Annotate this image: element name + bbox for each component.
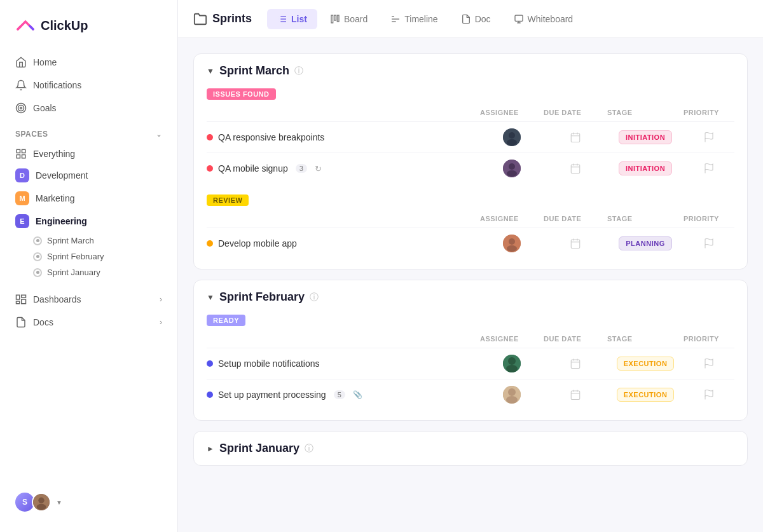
task-group-issues-found: ISSUES FOUND ASSIGNEE DUE DATE STAGE PRI… bbox=[194, 88, 747, 194]
task-row[interactable]: Set up payment processing 5 📎 bbox=[207, 379, 734, 410]
avatar-assignee-2 bbox=[503, 160, 521, 177]
task-row[interactable]: Develop mobile app bbox=[207, 228, 734, 259]
sidebar-item-sprint-january[interactable]: Sprint January bbox=[0, 264, 177, 280]
sprint-february-info-icon[interactable]: ⓘ bbox=[310, 292, 319, 303]
task-row[interactable]: Setup mobile notifications bbox=[207, 348, 734, 379]
sprint-march-dot bbox=[33, 236, 42, 245]
sidebar-item-sprint-february[interactable]: Sprint February bbox=[0, 249, 177, 264]
svg-rect-9 bbox=[22, 299, 26, 304]
docs-label: Docs bbox=[33, 317, 53, 327]
tab-timeline-label: Timeline bbox=[404, 14, 437, 24]
logo-area: ClickUp bbox=[0, 15, 177, 51]
sidebar-item-everything[interactable]: Everything bbox=[0, 144, 177, 164]
svg-rect-54 bbox=[571, 360, 580, 369]
svg-rect-38 bbox=[571, 165, 580, 174]
list-icon bbox=[277, 14, 287, 24]
avatar-assignee-3 bbox=[503, 235, 521, 252]
svg-point-52 bbox=[508, 357, 516, 365]
tab-timeline[interactable]: Timeline bbox=[380, 9, 448, 29]
tab-board[interactable]: Board bbox=[320, 9, 378, 29]
assignee-face-1 bbox=[503, 128, 521, 146]
svg-rect-7 bbox=[17, 295, 20, 299]
sprint-march-info-icon[interactable]: ⓘ bbox=[294, 65, 303, 77]
spaces-section-header: Spaces ⌄ bbox=[0, 119, 177, 144]
stage-badge-execution-2: EXECUTION bbox=[617, 388, 675, 402]
sprint-february-collapse-icon[interactable]: ▼ bbox=[207, 293, 214, 302]
task-table-header-march-review: ASSIGNEE DUE DATE STAGE PRIORITY bbox=[207, 212, 734, 228]
folder-icon bbox=[193, 12, 207, 26]
col-due-date-2: DUE DATE bbox=[544, 215, 607, 222]
sprint-january-info-icon[interactable]: ⓘ bbox=[305, 443, 313, 454]
engineering-badge: E bbox=[15, 214, 29, 228]
task-row[interactable]: QA responsive breakpoints bbox=[207, 121, 734, 153]
svg-rect-8 bbox=[22, 295, 26, 297]
sidebar-item-notifications[interactable]: Notifications bbox=[0, 74, 177, 97]
svg-point-29 bbox=[507, 139, 517, 146]
flag-icon-1 bbox=[703, 132, 715, 143]
svg-point-12 bbox=[38, 498, 44, 503]
task-name-qa-responsive: QA responsive breakpoints bbox=[218, 132, 324, 142]
sprint-panel-february: ▼ Sprint February ⓘ READY ASSIGNEE DUE D… bbox=[193, 280, 748, 421]
task-row[interactable]: QA mobile signup 3 ↻ bbox=[207, 153, 734, 184]
sidebar-item-sprint-march[interactable]: Sprint March bbox=[0, 233, 177, 249]
sprint-february-label: Sprint February bbox=[47, 252, 104, 261]
task-name-setup-mobile: Setup mobile notifications bbox=[218, 358, 320, 369]
sidebar-item-engineering[interactable]: E Engineering bbox=[0, 210, 177, 233]
task-count-3: 3 bbox=[296, 164, 307, 173]
avatar-face-icon bbox=[33, 493, 50, 511]
tab-doc[interactable]: Doc bbox=[451, 9, 501, 29]
sprint-february-dot bbox=[33, 252, 42, 261]
sprint-january-title: Sprint January bbox=[219, 442, 299, 455]
tab-board-label: Board bbox=[344, 14, 368, 24]
sidebar-item-home[interactable]: Home bbox=[0, 51, 177, 74]
sprint-panel-march: ▼ Sprint March ⓘ ISSUES FOUND ASSIGNEE D… bbox=[193, 53, 748, 269]
tab-whiteboard[interactable]: Whiteboard bbox=[504, 9, 584, 29]
sprint-january-expand-icon[interactable]: ► bbox=[207, 444, 214, 453]
sprint-march-collapse-icon[interactable]: ▼ bbox=[207, 67, 214, 76]
sidebar-item-dashboards[interactable]: Dashboards › bbox=[0, 288, 177, 311]
task-name-payment: Set up payment processing bbox=[218, 390, 326, 400]
development-label: Development bbox=[36, 170, 88, 181]
home-icon bbox=[15, 57, 27, 68]
sprint-march-header[interactable]: ▼ Sprint March ⓘ bbox=[194, 54, 747, 88]
calendar-icon-1 bbox=[570, 132, 581, 143]
marketing-label: Marketing bbox=[36, 193, 74, 203]
flag-icon-3 bbox=[703, 238, 715, 249]
svg-rect-46 bbox=[571, 240, 580, 249]
task-name-qa-mobile: QA mobile signup bbox=[218, 163, 288, 174]
tab-list[interactable]: List bbox=[267, 9, 317, 29]
user-dropdown-caret[interactable]: ▼ bbox=[56, 499, 62, 506]
flag-icon-5 bbox=[703, 389, 715, 400]
sprint-january-header[interactable]: ► Sprint January ⓘ bbox=[194, 432, 747, 465]
issues-found-badge: ISSUES FOUND bbox=[207, 88, 276, 100]
task-table-header-march-issues: ASSIGNEE DUE DATE STAGE PRIORITY bbox=[207, 106, 734, 121]
docs-icon bbox=[15, 317, 27, 328]
task-name-develop-mobile: Develop mobile app bbox=[218, 238, 297, 249]
refresh-icon-1: ↻ bbox=[315, 164, 322, 174]
doc-icon bbox=[461, 14, 471, 24]
avatar-assignee-5 bbox=[503, 386, 521, 404]
assignee-face-4 bbox=[503, 355, 521, 372]
top-navigation: Sprints List Board Timeline Doc Whiteboa… bbox=[178, 0, 763, 38]
svg-rect-22 bbox=[337, 15, 339, 22]
task-dot-yellow-1 bbox=[207, 240, 213, 247]
assignee-face-2 bbox=[503, 160, 521, 177]
spaces-label: Spaces bbox=[15, 130, 48, 139]
notifications-label: Notifications bbox=[33, 80, 81, 90]
svg-point-2 bbox=[20, 107, 22, 109]
content-area: ▼ Sprint March ⓘ ISSUES FOUND ASSIGNEE D… bbox=[178, 38, 763, 532]
sidebar-item-goals[interactable]: Goals bbox=[0, 97, 177, 119]
col-priority-2: PRIORITY bbox=[684, 215, 734, 222]
svg-point-61 bbox=[506, 396, 518, 404]
sidebar-item-docs[interactable]: Docs › bbox=[0, 311, 177, 334]
sprint-february-header[interactable]: ▼ Sprint February ⓘ bbox=[194, 280, 747, 314]
stage-badge-execution-1: EXECUTION bbox=[617, 357, 675, 371]
sidebar-item-marketing[interactable]: M Marketing bbox=[0, 187, 177, 210]
sidebar-item-development[interactable]: D Development bbox=[0, 164, 177, 187]
user-avatar-photo[interactable] bbox=[32, 493, 51, 512]
svg-point-1 bbox=[18, 106, 24, 111]
svg-rect-26 bbox=[515, 15, 523, 21]
everything-icon bbox=[15, 148, 27, 160]
svg-point-13 bbox=[37, 504, 46, 510]
spaces-chevron-icon[interactable]: ⌄ bbox=[156, 130, 162, 139]
